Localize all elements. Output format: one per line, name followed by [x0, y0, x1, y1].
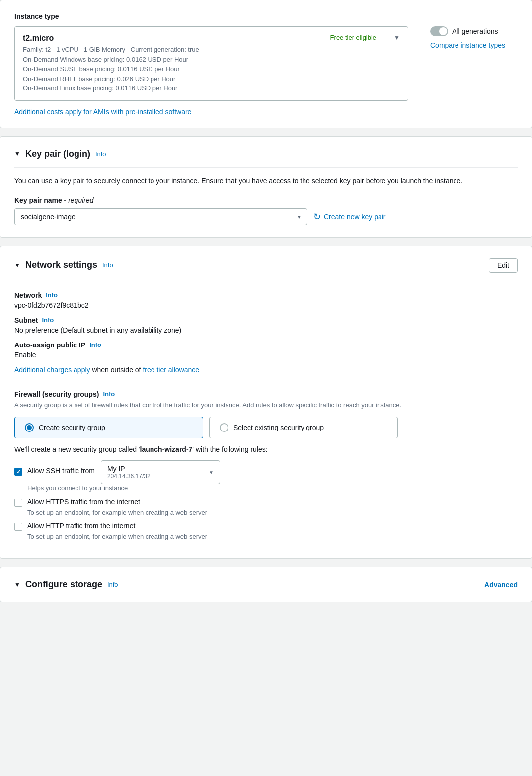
allow-ssh-label: Allow SSH traffic from: [27, 467, 95, 475]
subnet-field-group: Subnet Info No preference (Default subne…: [14, 316, 518, 334]
allow-ssh-row: Allow SSH traffic from My IP 204.14.36.1…: [14, 460, 518, 484]
additional-charges-row: Additional charges apply when outside of…: [14, 366, 518, 374]
network-collapse-icon: ▼: [14, 262, 20, 269]
instance-type-name: t2.micro: [23, 34, 330, 43]
instance-type-label: Instance type: [14, 12, 518, 20]
pricing-line-3: On-Demand RHEL base pricing: 0.026 USD p…: [23, 74, 330, 84]
instance-right-panel: All generations Compare instance types: [418, 26, 518, 49]
network-settings-info-link[interactable]: Info: [102, 261, 113, 269]
network-field-group: Network Info vpc-0fd2b7672f9c81bc2: [14, 291, 518, 309]
ssh-checkbox-row: Allow SSH traffic from: [14, 467, 95, 476]
allow-ssh-group: Allow SSH traffic from My IP 204.14.36.1…: [14, 460, 518, 492]
configure-storage-header: ▼ Configure storage Info Advanced: [14, 579, 518, 590]
new-sg-description: We'll create a new security group called…: [14, 445, 518, 453]
collapse-icon: ▼: [14, 150, 20, 157]
allow-https-group: Allow HTTPS traffic from the internet To…: [14, 498, 518, 516]
all-generations-label: All generations: [452, 27, 498, 35]
key-pair-section: ▼ Key pair (login) Info You can use a ke…: [0, 136, 532, 238]
firewall-info-link[interactable]: Info: [103, 390, 115, 398]
key-pair-info-link[interactable]: Info: [95, 150, 106, 158]
security-group-radio-group: Create security group Select existing se…: [14, 417, 518, 438]
all-generations-toggle[interactable]: [430, 26, 448, 36]
network-settings-section: ▼ Network settings Info Edit Network Inf…: [0, 246, 532, 559]
network-settings-title: Network settings: [25, 260, 97, 270]
auto-assign-info-link[interactable]: Info: [89, 341, 101, 348]
allow-ssh-checkbox[interactable]: [14, 468, 22, 476]
free-tier-badge: Free tier eligible: [330, 34, 377, 41]
network-info-link[interactable]: Info: [46, 291, 58, 299]
create-security-group-radio[interactable]: [25, 423, 34, 432]
key-pair-field-label: Key pair name - required: [14, 196, 518, 204]
key-pair-select[interactable]: socialgene-image my-key-pair another-key: [14, 208, 307, 225]
compare-instance-types-link[interactable]: Compare instance types: [430, 41, 505, 49]
key-pair-divider: [14, 167, 518, 168]
all-generations-toggle-row[interactable]: All generations: [430, 26, 498, 36]
configure-storage-title-row: ▼ Configure storage Info: [14, 579, 118, 590]
instance-type-selector[interactable]: t2.micro Family: t2 1 vCPU 1 GiB Memory …: [14, 26, 408, 101]
instance-type-meta: Family: t2 1 vCPU 1 GiB Memory Current g…: [23, 45, 330, 55]
allow-http-row: Allow HTTP traffic from the internet: [14, 522, 518, 531]
auto-assign-field-group: Auto-assign public IP Info Enable: [14, 341, 518, 359]
allow-http-label: Allow HTTP traffic from the internet: [27, 522, 135, 530]
pricing-line-1: On-Demand Windows base pricing: 0.0162 U…: [23, 55, 330, 65]
my-ip-label: My IP: [107, 465, 151, 473]
toggle-knob: [439, 27, 447, 35]
ssh-source-select[interactable]: My IP 204.14.36.17/32 ▼: [101, 460, 220, 484]
key-pair-description: You can use a key pair to securely conne…: [14, 175, 518, 186]
firewall-description: A security group is a set of firewall ru…: [14, 400, 518, 410]
network-divider: [14, 283, 518, 283]
key-pair-select-wrapper: socialgene-image my-key-pair another-key…: [14, 208, 307, 225]
create-security-group-option[interactable]: Create security group: [14, 417, 203, 438]
pricing-line-4: On-Demand Linux base pricing: 0.0116 USD…: [23, 84, 330, 93]
select-existing-label: Select existing security group: [233, 424, 324, 431]
additional-costs-link[interactable]: Additional costs apply for AMIs with pre…: [14, 108, 191, 116]
network-label-row: Network Info: [14, 291, 518, 299]
network-value: vpc-0fd2b7672f9c81bc2: [14, 301, 518, 309]
network-settings-header: ▼ Network settings Info Edit: [14, 258, 518, 273]
allow-ssh-sublabel: Helps you connect to your instance: [27, 484, 518, 492]
configure-storage-title: Configure storage: [25, 579, 102, 590]
my-ip-value: 204.14.36.17/32: [107, 473, 151, 480]
my-ip-dropdown-icon: ▼: [209, 470, 214, 475]
dropdown-arrow-icon: ▼: [394, 34, 400, 41]
select-existing-radio[interactable]: [220, 423, 228, 432]
network-settings-title-row: ▼ Network settings Info: [14, 260, 113, 270]
key-pair-header: ▼ Key pair (login) Info: [14, 149, 518, 159]
create-security-group-label: Create security group: [39, 424, 105, 431]
additional-charges-link[interactable]: Additional charges apply: [14, 366, 90, 374]
subnet-label-row: Subnet Info: [14, 316, 518, 324]
allow-http-checkbox[interactable]: [14, 523, 22, 531]
pricing-line-2: On-Demand SUSE base pricing: 0.0116 USD …: [23, 64, 330, 74]
configure-storage-section: ▼ Configure storage Info Advanced: [0, 567, 532, 602]
allow-https-checkbox[interactable]: [14, 499, 22, 507]
subnet-info-link[interactable]: Info: [42, 316, 54, 324]
firewall-label-row: Firewall (security groups) Info: [14, 390, 518, 398]
allow-http-sublabel: To set up an endpoint, for example when …: [27, 533, 518, 540]
refresh-icon: ↻: [313, 211, 321, 222]
allow-https-label: Allow HTTPS traffic from the internet: [27, 498, 140, 506]
key-pair-select-row: socialgene-image my-key-pair another-key…: [14, 208, 518, 225]
select-existing-security-group-option[interactable]: Select existing security group: [209, 417, 398, 438]
refresh-button[interactable]: ↻ Create new key pair: [313, 211, 386, 222]
allow-https-row: Allow HTTPS traffic from the internet: [14, 498, 518, 507]
free-tier-link[interactable]: free tier allowance: [143, 366, 199, 374]
allow-https-sublabel: To set up an endpoint, for example when …: [27, 509, 518, 516]
network-edit-button[interactable]: Edit: [489, 258, 518, 273]
subnet-value: No preference (Default subnet in any ava…: [14, 326, 518, 334]
advanced-link[interactable]: Advanced: [484, 581, 518, 589]
allow-http-group: Allow HTTP traffic from the internet To …: [14, 522, 518, 540]
key-pair-title: Key pair (login): [25, 149, 90, 159]
storage-collapse-icon: ▼: [14, 581, 20, 588]
create-new-key-pair-link[interactable]: Create new key pair: [324, 213, 386, 221]
firewall-divider: [14, 382, 518, 382]
auto-assign-value: Enable: [14, 351, 518, 359]
sg-name: launch-wizard-7: [140, 445, 193, 453]
my-ip-content: My IP 204.14.36.17/32: [107, 465, 151, 480]
configure-storage-info-link[interactable]: Info: [107, 581, 118, 588]
auto-assign-label-row: Auto-assign public IP Info: [14, 341, 518, 349]
instance-type-section: Instance type t2.micro Family: t2 1 vCPU…: [0, 0, 532, 128]
